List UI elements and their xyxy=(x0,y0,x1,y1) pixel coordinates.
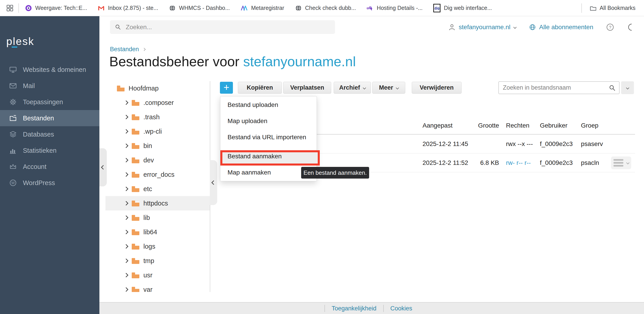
bookmark-check[interactable]: Check check dubb... xyxy=(295,5,356,12)
column-header-gebruiker[interactable]: Gebruiker xyxy=(540,122,581,129)
filename-search-input[interactable] xyxy=(499,82,619,94)
sidebar-item-databases[interactable]: Databases xyxy=(0,126,100,142)
bookmark-inbox[interactable]: Inbox (2.875) - ste... xyxy=(98,5,158,12)
sidebar-item-toepassingen[interactable]: Toepassingen xyxy=(0,94,100,110)
search-icon[interactable] xyxy=(609,85,616,92)
chevron-right-icon[interactable] xyxy=(124,230,128,234)
filename-search xyxy=(498,81,620,94)
folder-icon xyxy=(132,171,140,178)
sidebar-collapse-handle[interactable] xyxy=(100,148,107,186)
global-search[interactable] xyxy=(110,20,335,34)
sidebar-item-bestanden[interactable]: Bestanden xyxy=(0,110,100,126)
help-icon[interactable]: ? xyxy=(606,23,614,31)
column-header-aangepast[interactable]: Aangepast xyxy=(422,122,469,129)
tree-item[interactable]: .trash xyxy=(106,110,210,124)
tree-collapse-handle[interactable] xyxy=(210,160,217,205)
tree-item[interactable]: logs xyxy=(106,239,210,254)
column-header-grootte[interactable]: Grootte xyxy=(469,122,506,129)
chevron-right-icon[interactable] xyxy=(124,215,128,220)
monitor-icon xyxy=(9,66,17,74)
chevron-right-icon[interactable] xyxy=(124,258,128,263)
tree-item[interactable]: dev xyxy=(106,153,210,167)
tree-item[interactable]: .composer xyxy=(106,96,210,110)
tree-item[interactable]: tmp xyxy=(106,254,210,268)
menu-item-bestand-aanmaken[interactable]: Bestand aanmaken xyxy=(220,148,316,164)
menu-item-bestand-uploaden[interactable]: Bestand uploaden xyxy=(220,97,316,113)
delete-button[interactable]: Verwijderen xyxy=(412,82,462,94)
chevron-right-icon[interactable] xyxy=(124,144,128,148)
sidebar-item-label: Websites & domeinen xyxy=(23,66,86,74)
tree-item[interactable]: lib64 xyxy=(106,225,210,239)
chevron-right-icon[interactable] xyxy=(124,187,128,191)
bookmark-metaregistrar[interactable]: Metaregistrar xyxy=(240,5,284,12)
cell-rechten-link[interactable]: rw- r-- r-- xyxy=(506,159,540,166)
chevron-right-icon[interactable] xyxy=(124,244,128,249)
bookmark-weergave[interactable]: Weergave: Tech::E... xyxy=(25,5,87,12)
tree-item-label: .wp-cli xyxy=(144,128,162,135)
global-search-input[interactable] xyxy=(125,23,330,31)
bookmark-label: Inbox (2.875) - ste... xyxy=(108,5,158,11)
tree-item[interactable]: lib xyxy=(106,210,210,225)
gear-icon xyxy=(9,98,17,106)
more-button-label: Meer xyxy=(379,84,393,91)
chevron-down-icon xyxy=(396,86,399,89)
sidebar-item-label: Account xyxy=(23,163,46,170)
column-header-rechten[interactable]: Rechten xyxy=(506,122,540,129)
menu-item-bestand-via-url[interactable]: Bestand via URL importeren xyxy=(220,129,316,145)
tree-item-label: error_docs xyxy=(144,171,174,178)
sidebar-item-label: Databases xyxy=(23,131,54,138)
user-menu[interactable]: stefanyourname.nl xyxy=(448,24,516,31)
chevron-right-icon[interactable] xyxy=(124,115,128,119)
search-options-button[interactable] xyxy=(621,81,634,94)
tree-item[interactable]: var xyxy=(106,282,210,292)
sidebar-item-wordpress[interactable]: W WordPress xyxy=(0,175,100,191)
plesk-logo-accent xyxy=(12,47,17,48)
bookmark-label: Metaregistrar xyxy=(251,5,284,11)
chevron-right-icon[interactable] xyxy=(124,273,128,277)
column-header-groep[interactable]: Groep xyxy=(581,122,635,129)
add-button[interactable]: + xyxy=(220,82,233,94)
apps-grid-icon[interactable] xyxy=(6,5,14,12)
archive-button[interactable]: Archief xyxy=(334,82,371,94)
chevron-right-icon[interactable] xyxy=(124,158,128,162)
sidebar-item-account[interactable]: Account xyxy=(0,159,100,175)
dark-mode-moon-icon[interactable] xyxy=(627,23,635,31)
tree-item-label: lib xyxy=(144,214,150,221)
tree-item-httpdocs[interactable]: httpdocs xyxy=(106,196,210,210)
page-title-prefix: Bestandsbeheer voor xyxy=(109,54,243,69)
tree-item[interactable]: bin xyxy=(106,139,210,153)
row-actions-button[interactable] xyxy=(611,156,631,169)
footer-link-cookies[interactable]: Cookies xyxy=(383,305,419,312)
sidebar-item-statistieken[interactable]: Statistieken xyxy=(0,142,100,159)
chevron-right-icon[interactable] xyxy=(124,100,128,105)
chevron-right-icon[interactable] xyxy=(124,201,128,205)
tree-item[interactable]: usr xyxy=(106,268,210,282)
tree-item[interactable]: etc xyxy=(106,182,210,196)
bookmark-whmcs[interactable]: WHMCS - Dashbo... xyxy=(169,5,230,12)
chevron-right-icon[interactable] xyxy=(124,287,128,292)
breadcrumb-bestanden[interactable]: Bestanden xyxy=(110,46,139,53)
chevron-right-icon[interactable] xyxy=(124,172,128,177)
footer-link-toegankelijkheid[interactable]: Toegankelijkheid xyxy=(324,305,383,312)
breadcrumb[interactable]: Bestanden xyxy=(110,46,145,53)
sidebar-item-mail[interactable]: Mail xyxy=(0,78,100,94)
all-bookmarks-button[interactable]: All Bookmarks xyxy=(590,5,636,12)
move-button[interactable]: Verplaatsen xyxy=(283,82,331,94)
tree-item[interactable]: error_docs xyxy=(106,167,210,182)
sidebar-item-websites[interactable]: Websites & domeinen xyxy=(0,62,100,78)
tree-item[interactable]: .wp-cli xyxy=(106,124,210,139)
plesk-logo[interactable]: plesk xyxy=(6,35,34,47)
more-button[interactable]: Meer xyxy=(372,82,405,94)
all-subscriptions-link[interactable]: Alle abonnementen xyxy=(529,24,593,31)
tree-item-root[interactable]: Hoofdmap xyxy=(106,81,210,96)
chevron-right-icon[interactable] xyxy=(124,129,128,134)
bookmark-dig[interactable]: dig Dig web interface... xyxy=(433,4,492,12)
tree-item-label: var xyxy=(144,286,152,292)
copy-button[interactable]: Kopiëren xyxy=(238,82,282,94)
bookmark-label: Check check dubb... xyxy=(305,5,356,11)
page-title-domain[interactable]: stefanyourname.nl xyxy=(243,54,356,69)
sidebar-item-label: Toepassingen xyxy=(23,98,63,106)
menu-item-map-uploaden[interactable]: Map uploaden xyxy=(220,113,316,129)
bookmark-hosting-details[interactable]: uR Hosting Details -... xyxy=(367,5,422,12)
gmail-icon xyxy=(98,5,104,12)
